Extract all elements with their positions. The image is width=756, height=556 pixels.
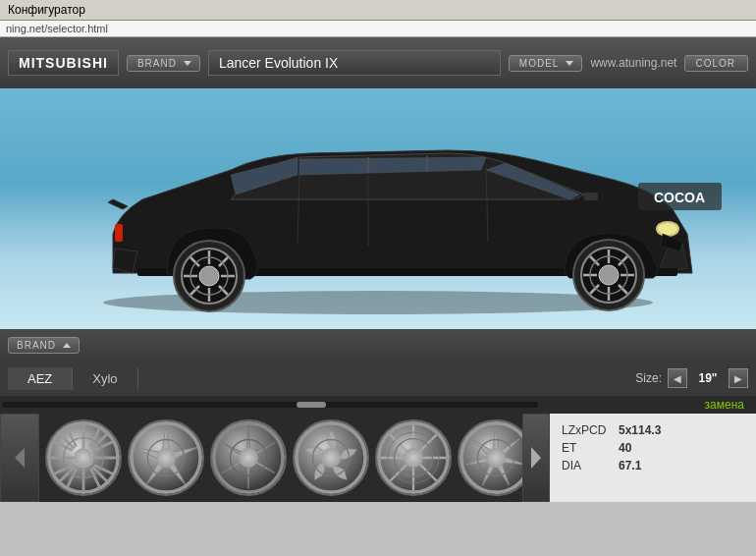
wheel-item[interactable] bbox=[210, 419, 287, 496]
spec-dia-key: DIA bbox=[562, 459, 611, 473]
title-bar: Конфигуратор bbox=[0, 0, 756, 21]
size-increase-button[interactable]: ▶ bbox=[729, 368, 748, 388]
wheel-svg-3 bbox=[212, 421, 285, 494]
url-bar: ning.net/selector.html bbox=[0, 21, 756, 37]
app-title: Конфигуратор bbox=[8, 3, 85, 17]
svg-marker-62 bbox=[143, 462, 164, 486]
wheels-next-button[interactable] bbox=[522, 414, 550, 502]
left-arrow-icon bbox=[10, 443, 29, 473]
model-dropdown-arrow-icon bbox=[566, 61, 573, 66]
svg-marker-61 bbox=[167, 462, 188, 486]
size-decrease-button[interactable]: ◀ bbox=[668, 368, 687, 388]
spec-et-val: 40 bbox=[619, 441, 631, 455]
svg-marker-97 bbox=[470, 436, 491, 454]
wheel-svg-1 bbox=[47, 421, 120, 494]
svg-marker-59 bbox=[162, 425, 169, 451]
wheels-container bbox=[39, 414, 522, 502]
svg-marker-92 bbox=[501, 436, 521, 454]
url-text: ning.net/selector.html bbox=[6, 23, 108, 34]
car-svg: COCOA bbox=[34, 96, 722, 322]
car-display-area: COCOA bbox=[0, 88, 756, 329]
size-label: Size: bbox=[635, 371, 662, 385]
svg-marker-99 bbox=[531, 447, 541, 469]
wheel-svg-6 bbox=[459, 421, 522, 494]
wheel-svg-4 bbox=[295, 421, 367, 494]
app-container: MITSUBISHI BRAND Lancer Evolution IX MOD… bbox=[0, 37, 756, 502]
svg-rect-8 bbox=[115, 224, 123, 242]
svg-point-90 bbox=[488, 450, 505, 467]
wheel-brand-aez[interactable]: AEZ bbox=[8, 367, 73, 390]
spec-lzxpcd-key: LZxPCD bbox=[562, 423, 611, 437]
svg-point-66 bbox=[241, 450, 257, 467]
scroll-row: замена bbox=[0, 396, 756, 414]
specs-panel: LZxPCD 5x114.3 ET 40 DIA 67.1 bbox=[550, 414, 756, 502]
wheel-brand-tabs: AEZ Xylo Size: ◀ 19" ▶ bbox=[0, 361, 756, 396]
svg-rect-9 bbox=[584, 193, 598, 200]
spec-row-lzxpcd: LZxPCD 5x114.3 bbox=[562, 423, 744, 437]
top-bar: MITSUBISHI BRAND Lancer Evolution IX MOD… bbox=[0, 37, 756, 88]
svg-point-78 bbox=[405, 450, 422, 467]
wheel-item[interactable] bbox=[45, 419, 122, 496]
size-value: 19" bbox=[693, 371, 723, 385]
model-dropdown-button[interactable]: MODEL bbox=[509, 55, 583, 72]
spec-row-et: ET 40 bbox=[562, 441, 744, 455]
brand-name-display: MITSUBISHI bbox=[8, 50, 119, 76]
brand-dropdown-arrow-icon bbox=[184, 61, 191, 66]
brand-sort-button[interactable]: BRAND bbox=[8, 337, 80, 354]
wheel-item[interactable] bbox=[293, 419, 369, 496]
wheel-item[interactable] bbox=[458, 419, 522, 496]
svg-marker-60 bbox=[172, 444, 198, 459]
model-name-display: Lancer Evolution IX bbox=[208, 50, 501, 76]
scroll-track bbox=[2, 402, 538, 408]
brand-sort-arrow-icon bbox=[63, 343, 71, 348]
wheel-svg-5 bbox=[377, 421, 450, 494]
website-label: www.atuning.net bbox=[590, 56, 676, 70]
color-dropdown-button[interactable]: COLOR bbox=[684, 55, 748, 72]
spec-lzxpcd-val: 5x114.3 bbox=[619, 423, 661, 437]
svg-point-75 bbox=[323, 450, 340, 467]
wheels-row: LZxPCD 5x114.3 ET 40 DIA 67.1 bbox=[0, 414, 756, 502]
zamena-label: замена bbox=[540, 399, 756, 411]
spec-row-dia: DIA 67.1 bbox=[562, 459, 744, 473]
spec-et-key: ET bbox=[562, 441, 611, 455]
wheel-item[interactable] bbox=[128, 419, 204, 496]
wheels-prev-button[interactable] bbox=[0, 414, 39, 502]
scroll-track-area[interactable] bbox=[0, 396, 540, 414]
spec-dia-val: 67.1 bbox=[619, 459, 641, 473]
svg-point-39 bbox=[75, 449, 93, 468]
wheel-svg-2 bbox=[130, 421, 202, 494]
svg-marker-37 bbox=[15, 448, 25, 468]
brand-dropdown-button[interactable]: BRAND bbox=[127, 55, 200, 72]
wheel-item[interactable] bbox=[375, 419, 452, 496]
svg-point-13 bbox=[599, 265, 619, 285]
svg-text:COCOA: COCOA bbox=[654, 190, 705, 205]
svg-marker-63 bbox=[134, 444, 160, 459]
right-arrow-icon bbox=[528, 444, 544, 472]
svg-point-89 bbox=[461, 423, 522, 492]
svg-point-7 bbox=[658, 223, 677, 235]
svg-point-58 bbox=[158, 450, 175, 467]
svg-marker-96 bbox=[465, 457, 488, 467]
scroll-thumb[interactable] bbox=[297, 402, 326, 408]
brand-sort-bar: BRAND bbox=[0, 329, 756, 361]
svg-point-25 bbox=[199, 266, 219, 286]
svg-marker-91 bbox=[493, 427, 499, 449]
wheel-brand-xylo[interactable]: Xylo bbox=[73, 367, 137, 390]
size-selector: Size: ◀ 19" ▶ bbox=[635, 368, 748, 388]
bottom-section: BRAND AEZ Xylo Size: ◀ 19" ▶ bbox=[0, 329, 756, 502]
